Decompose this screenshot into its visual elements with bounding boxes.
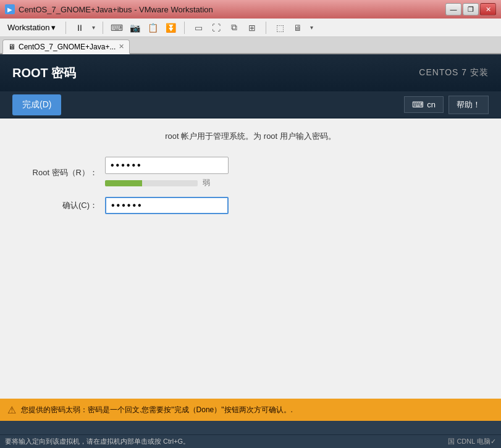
- menu-separator-2: [103, 22, 103, 34]
- tab-vm-icon: 🖥: [8, 43, 15, 51]
- installer-main: root 帐户用于管理系统。为 root 用户输入密码。 Root 密码（R）：…: [0, 118, 501, 412]
- confirm-password-row: 确认(C)：: [19, 197, 482, 214]
- tablet-button[interactable]: ⊞: [243, 20, 261, 35]
- workstation-label: Workstation: [7, 23, 49, 32]
- send-ctrl-alt-del-button[interactable]: ⌨: [108, 20, 125, 35]
- status-message: 要将输入定向到该虚拟机，请在虚拟机内部单击或按 Ctrl+G。: [5, 437, 190, 446]
- pause-icon: ⏸: [75, 23, 84, 33]
- root-password-row: Root 密码（R）： 弱: [19, 157, 482, 188]
- suspend-button[interactable]: ⏬: [162, 20, 179, 35]
- window-controls: — ❐ ✕: [445, 3, 496, 15]
- done-button[interactable]: 完成(D): [12, 94, 61, 115]
- status-right-indicators: 国 CDNL 电脑✓: [448, 437, 496, 446]
- description-text: root 帐户用于管理系统。为 root 用户输入密码。: [19, 131, 482, 142]
- workstation-arrow: ▾: [51, 23, 56, 32]
- menu-separator-3: [184, 22, 185, 34]
- toolbar-vm-controls: ⌨ 📷 📋 ⏬: [108, 20, 179, 35]
- installer-page-title: ROOT 密码: [12, 65, 76, 81]
- root-password-field-group: 弱: [105, 157, 229, 188]
- unity-button[interactable]: ⧉: [225, 20, 243, 35]
- root-password-label: Root 密码（R）：: [19, 167, 105, 178]
- workstation-menu[interactable]: Workstation ▾: [2, 21, 61, 34]
- toolbar-pause-group: ⏸ ▾: [71, 20, 98, 35]
- nav-row: 完成(D) ⌨ cn 帮助！: [0, 91, 501, 118]
- toolbar-network-controls: ⬚ 🖥 ▾: [271, 20, 316, 35]
- confirm-password-label: 确认(C)：: [19, 200, 105, 211]
- close-button[interactable]: ✕: [480, 3, 496, 15]
- full-screen-button[interactable]: ⛶: [208, 20, 225, 35]
- toolbar-window-controls: ▭ ⛶ ⧉ ⊞: [190, 20, 261, 35]
- restore-button[interactable]: ❐: [463, 3, 479, 15]
- warning-text: 您提供的密码太弱：密码是一个回文.您需要按"完成（Done）"按钮两次方可确认。…: [21, 405, 293, 415]
- normal-view-button[interactable]: ▭: [190, 20, 207, 35]
- snapshot-manager-button[interactable]: 📋: [144, 20, 161, 35]
- strength-label: 弱: [203, 178, 210, 188]
- minimize-button[interactable]: —: [445, 3, 461, 15]
- tab-label: CentOS_7_GNOME+Java+...: [19, 43, 116, 51]
- vm-content[interactable]: ROOT 密码 CENTOS 7 安装 完成(D) ⌨ cn 帮助！ root …: [0, 54, 501, 434]
- pause-button[interactable]: ⏸: [71, 20, 88, 35]
- app-icon: ▶: [5, 4, 15, 14]
- confirm-password-input[interactable]: [105, 197, 229, 214]
- warning-icon: ⚠: [7, 404, 16, 416]
- keyboard-icon: ⌨: [412, 100, 424, 109]
- installer-header: ROOT 密码 CENTOS 7 安装: [0, 54, 501, 91]
- status-right: 国 CDNL 电脑✓: [448, 437, 496, 446]
- terminal-button[interactable]: ⬚: [271, 20, 288, 35]
- lang-label: cn: [427, 100, 436, 109]
- title-bar: ▶ CentOS_7_GNOME+Java+ibus - VMware Work…: [0, 0, 501, 19]
- strength-bar-container: [105, 180, 198, 186]
- warning-bar: ⚠ 您提供的密码太弱：密码是一个回文.您需要按"完成（Done）"按钮两次方可确…: [0, 399, 501, 421]
- strength-row: 弱: [105, 178, 229, 188]
- pause-dropdown[interactable]: ▾: [89, 20, 98, 35]
- centos-version-label: CENTOS 7 安装: [419, 67, 489, 78]
- menu-separator-1: [65, 22, 66, 34]
- menu-separator-4: [266, 22, 266, 34]
- menu-bar: Workstation ▾ ⏸ ▾ ⌨ 📷 📋 ⏬ ▭ ⛶ ⧉ ⊞ ⬚ 🖥 ▾: [0, 19, 501, 37]
- network-dropdown[interactable]: ▾: [307, 20, 316, 35]
- network-button[interactable]: 🖥: [289, 20, 306, 35]
- lang-selector: ⌨ cn 帮助！: [404, 96, 489, 114]
- tab-bar: 🖥 CentOS_7_GNOME+Java+... ✕: [0, 37, 501, 54]
- status-bar: 要将输入定向到该虚拟机，请在虚拟机内部单击或按 Ctrl+G。 国 CDNL 电…: [0, 434, 501, 448]
- snapshot-button[interactable]: 📷: [126, 20, 143, 35]
- language-button[interactable]: ⌨ cn: [404, 96, 444, 113]
- help-button[interactable]: 帮助！: [448, 96, 489, 114]
- vm-tab[interactable]: 🖥 CentOS_7_GNOME+Java+... ✕: [2, 39, 130, 54]
- strength-bar: [105, 180, 142, 186]
- tab-close-button[interactable]: ✕: [119, 43, 124, 51]
- root-password-input[interactable]: [105, 157, 229, 174]
- window-title: CentOS_7_GNOME+Java+ibus - VMware Workst…: [19, 5, 213, 14]
